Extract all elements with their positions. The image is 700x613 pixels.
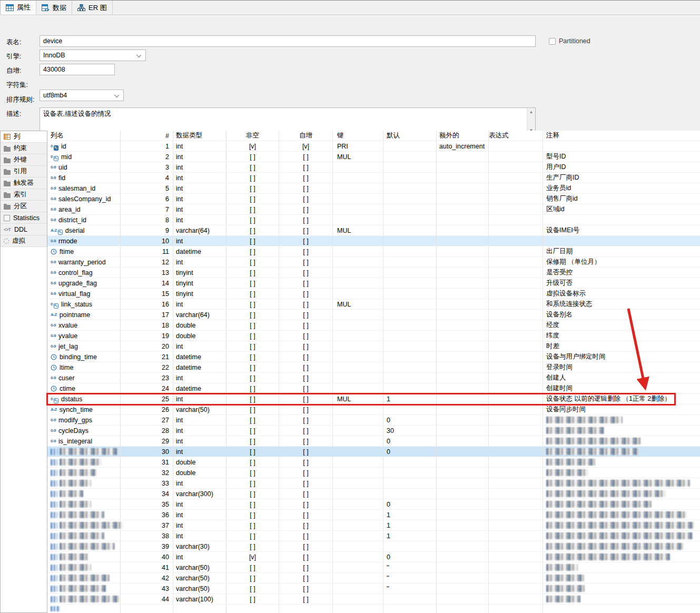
cell-auto-increment[interactable]: [ ]	[279, 246, 333, 256]
cell-auto-increment[interactable]: [ ]	[279, 478, 333, 488]
auto-increment-input[interactable]	[40, 64, 115, 75]
cell-auto-increment[interactable]: [ ]	[279, 394, 333, 404]
cell-auto-increment[interactable]: [ ]	[279, 562, 333, 572]
grid-row-fid[interactable]: 0-9fid4int[ ][ ]生产厂商ID	[47, 173, 700, 183]
column-header[interactable]: 注释	[543, 131, 700, 141]
cell-not-null[interactable]: [ ]	[226, 499, 279, 509]
grid-row-dstatus[interactable]: 0dstatus25int[ ][ ]MUL1设备状态 以前的逻辑删除 （1正常…	[47, 394, 700, 404]
grid-row-mid[interactable]: 0mid2int[ ][ ]MUL型号ID	[47, 152, 700, 162]
cell-not-null[interactable]: [v]	[226, 141, 279, 151]
cell-not-null[interactable]: [ ]	[226, 373, 279, 383]
cell-not-null[interactable]: [ ]	[226, 183, 279, 193]
cell-not-null[interactable]: [ ]	[226, 383, 279, 393]
grid-row-33[interactable]: 33int[ ][ ]	[47, 478, 700, 489]
grid-row-ctime[interactable]: ctime24datetime[ ][ ]创建时间	[47, 383, 700, 394]
sidebar-item-references[interactable]: 引用	[1, 166, 47, 177]
cell-not-null[interactable]: [ ]	[226, 510, 279, 520]
cell-not-null[interactable]: [ ]	[226, 573, 279, 583]
grid-row-30[interactable]: 30int[ ][ ]0	[47, 447, 700, 457]
grid-row-rmode[interactable]: 0-9rmode10int[ ][ ]	[47, 236, 700, 246]
cell-auto-increment[interactable]: [ ]	[279, 584, 333, 594]
sidebar-item-columns[interactable]: 列	[1, 131, 47, 143]
grid-row-cycleDays[interactable]: 0-9cycleDays28int[ ][ ]30	[47, 426, 700, 436]
grid-row-cuser[interactable]: 0-9cuser23int[ ][ ]创建人	[47, 373, 700, 383]
cell-not-null[interactable]: [ ]	[226, 520, 279, 530]
grid-row-upgrade_flag[interactable]: 0-9upgrade_flag14tinyint[ ][ ]升级可否	[47, 278, 700, 289]
cell-auto-increment[interactable]: [ ]	[279, 415, 333, 425]
grid-row-ltime[interactable]: ltime22datetime[ ][ ]登录时间	[47, 362, 700, 373]
cell-auto-increment[interactable]: [ ]	[279, 331, 333, 341]
cell-auto-increment[interactable]: [ ]	[279, 162, 333, 172]
grid-row-binding_time[interactable]: binding_time21datetime[ ][ ]设备与用户绑定时间	[47, 352, 700, 362]
grid-row-modify_gps[interactable]: 0-9modify_gps27int[ ][ ]0	[47, 415, 700, 426]
cell-auto-increment[interactable]: [ ]	[279, 289, 333, 299]
cell-not-null[interactable]: [ ]	[226, 331, 279, 341]
column-header[interactable]: 自增	[279, 131, 333, 141]
cell-auto-increment[interactable]: [ ]	[279, 573, 333, 583]
cell-auto-increment[interactable]: [ ]	[279, 310, 333, 320]
cell-not-null[interactable]: [ ]	[226, 268, 279, 278]
cell-not-null[interactable]: [ ]	[226, 299, 279, 309]
cell-not-null[interactable]: [ ]	[226, 320, 279, 330]
cell-not-null[interactable]: [ ]	[226, 447, 279, 457]
cell-auto-increment[interactable]: [ ]	[279, 499, 333, 509]
cell-not-null[interactable]: [ ]	[226, 236, 279, 246]
grid-row-virtual_flag[interactable]: 0-9virtual_flag15tinyint[ ][ ]虚拟设备标示	[47, 289, 700, 299]
grid-row-44[interactable]: 44varchar(100)[ ][ ]	[47, 594, 700, 605]
cell-auto-increment[interactable]: [ ]	[279, 362, 333, 372]
cell-not-null[interactable]: [ ]	[226, 404, 279, 414]
cell-auto-increment[interactable]: [ ]	[279, 447, 333, 457]
grid-row-district_id[interactable]: 0-9district_id8int[ ][ ]	[47, 215, 700, 225]
grid-row-link_status[interactable]: 0link_status16int[ ][ ]MUL和系统连接状态	[47, 299, 700, 310]
cell-auto-increment[interactable]: [ ]	[279, 152, 333, 162]
grid-row-dserial[interactable]: A-Zdserial9varchar(64)[ ][ ]MUL设备IMEI号	[47, 225, 700, 236]
grid-row-jet_lag[interactable]: 0-9jet_lag20int[ ][ ]时差	[47, 341, 700, 352]
cell-auto-increment[interactable]: [v]	[279, 141, 333, 151]
cell-not-null[interactable]: [ ]	[226, 394, 279, 404]
grid-row-ftime[interactable]: ftime11datetime[ ][ ]出厂日期	[47, 246, 700, 257]
grid-row-37[interactable]: 37int[ ][ ]1	[47, 520, 700, 531]
cell-not-null[interactable]: [ ]	[226, 436, 279, 446]
cell-auto-increment[interactable]: [ ]	[279, 352, 333, 362]
grid-row-35[interactable]: 35int[ ][ ]0	[47, 499, 700, 510]
cell-not-null[interactable]: [ ]	[226, 562, 279, 572]
cell-auto-increment[interactable]: [ ]	[279, 404, 333, 414]
grid-row-area_id[interactable]: 0-9area_id7int[ ][ ]区域id	[47, 204, 700, 215]
grid-row-yvalue[interactable]: 0-9yvalue19double[ ][ ]纬度	[47, 331, 700, 341]
charset-select[interactable]: utf8mb4	[40, 90, 124, 101]
cell-auto-increment[interactable]: [ ]	[279, 468, 333, 478]
cell-not-null[interactable]: [ ]	[226, 341, 279, 351]
engine-select[interactable]: InnoDB	[40, 50, 146, 61]
grid-row-synch_time[interactable]: A-Zsynch_time26varchar(50)[ ][ ]设备同步时间	[47, 404, 700, 415]
grid-row-uid[interactable]: 0-9uid3int[ ][ ]用户ID	[47, 162, 700, 173]
cell-not-null[interactable]: [ ]	[226, 215, 279, 225]
table-name-input[interactable]	[40, 35, 536, 47]
cell-not-null[interactable]: [ ]	[226, 362, 279, 372]
cell-auto-increment[interactable]: [ ]	[279, 510, 333, 520]
cell-not-null[interactable]: [ ]	[226, 162, 279, 172]
cell-auto-increment[interactable]: [ ]	[279, 225, 333, 235]
grid-row-32[interactable]: 32double[ ][ ]	[47, 468, 700, 478]
cell-auto-increment[interactable]: [ ]	[279, 341, 333, 351]
column-header[interactable]: 非空	[226, 131, 279, 141]
cell-auto-increment[interactable]: [ ]	[279, 373, 333, 383]
cell-not-null[interactable]: [ ]	[226, 489, 279, 499]
cell-not-null[interactable]: [ ]	[226, 531, 279, 541]
cell-auto-increment[interactable]: [ ]	[279, 520, 333, 530]
cell-not-null[interactable]: [ ]	[226, 289, 279, 299]
tab-data[interactable]: 数据	[36, 1, 72, 15]
cell-not-null[interactable]: [ ]	[226, 594, 279, 604]
tab-properties[interactable]: 属性	[0, 1, 36, 15]
cell-auto-increment[interactable]: [ ]	[279, 552, 333, 562]
cell-not-null[interactable]: [ ]	[226, 204, 279, 214]
grid-row-31[interactable]: 31double[ ][ ]	[47, 457, 700, 468]
sidebar-item-statistics[interactable]: Statistics	[1, 212, 47, 224]
cell-not-null[interactable]: [ ]	[226, 225, 279, 235]
cell-auto-increment[interactable]: [ ]	[279, 383, 333, 393]
column-header[interactable]: #	[121, 131, 173, 141]
cell-not-null[interactable]: [ ]	[226, 541, 279, 551]
cell-auto-increment[interactable]: [ ]	[279, 268, 333, 278]
partitioned-checkbox[interactable]	[549, 38, 556, 45]
cell-auto-increment[interactable]: [ ]	[279, 194, 333, 204]
grid-row-41[interactable]: 41varchar(50)[ ][ ]''	[47, 562, 700, 573]
